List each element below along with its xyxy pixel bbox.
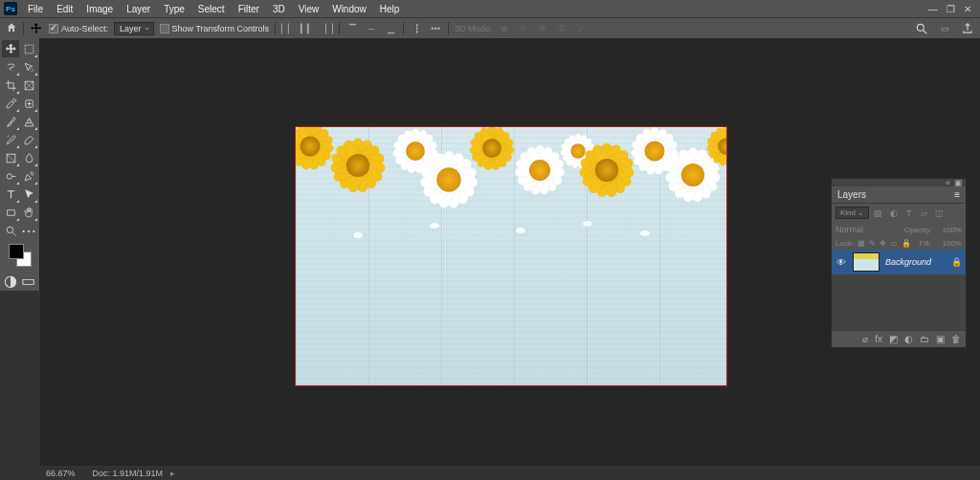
window-restore-button[interactable]: ❐ bbox=[942, 4, 959, 14]
adjustment-layer-icon[interactable]: ◐ bbox=[904, 334, 913, 344]
filter-shape-icon[interactable]: ▱ bbox=[918, 207, 930, 219]
menu-type[interactable]: Type bbox=[157, 4, 191, 14]
edit-toolbar-icon[interactable]: ⋯ bbox=[20, 222, 37, 239]
menu-filter[interactable]: Filter bbox=[232, 4, 266, 14]
blur-tool[interactable] bbox=[20, 149, 37, 166]
lock-position-icon[interactable]: ✥ bbox=[880, 239, 886, 248]
history-brush-tool[interactable] bbox=[2, 131, 19, 148]
menu-help[interactable]: Help bbox=[373, 4, 407, 14]
lock-image-icon[interactable]: ✎ bbox=[869, 239, 876, 248]
hand-tool[interactable] bbox=[20, 204, 37, 221]
layer-fx-icon[interactable]: fx bbox=[875, 334, 882, 344]
menu-3d[interactable]: 3D bbox=[266, 4, 292, 14]
auto-select-checkbox[interactable]: Auto-Select: bbox=[49, 24, 108, 33]
lock-transparency-icon[interactable]: ▦ bbox=[858, 239, 865, 248]
doc-size-readout[interactable]: Doc: 1.91M/1.91M▸ bbox=[93, 469, 176, 478]
layer-visibility-icon[interactable]: 👁 bbox=[835, 257, 847, 268]
layer-list: 👁 Background 🔒 bbox=[832, 250, 966, 330]
menu-window[interactable]: Window bbox=[325, 4, 373, 14]
show-transform-checkbox[interactable]: Show Transform Controls bbox=[160, 24, 270, 33]
opacity-input[interactable] bbox=[935, 226, 962, 234]
path-selection-tool[interactable] bbox=[20, 185, 37, 203]
rectangle-tool[interactable] bbox=[2, 204, 19, 221]
svg-rect-13 bbox=[7, 209, 14, 214]
window-minimize-button[interactable]: — bbox=[924, 4, 942, 14]
move-tool[interactable] bbox=[2, 40, 19, 57]
layer-row[interactable]: 👁 Background 🔒 bbox=[832, 250, 966, 274]
color-swatches[interactable] bbox=[2, 240, 37, 271]
align-bottom-icon[interactable]: ▁ bbox=[384, 22, 397, 35]
workspace-icon[interactable]: ▭ bbox=[938, 22, 951, 35]
more-icon[interactable]: ••• bbox=[429, 22, 442, 35]
auto-select-dropdown[interactable]: Layer bbox=[114, 22, 154, 35]
new-layer-icon[interactable]: ▣ bbox=[936, 334, 945, 344]
lock-artboard-icon[interactable]: ▭ bbox=[890, 239, 898, 248]
healing-brush-tool[interactable] bbox=[20, 95, 37, 112]
window-close-button[interactable]: ✕ bbox=[959, 4, 976, 14]
quick-selection-tool[interactable] bbox=[20, 58, 37, 76]
quick-mask-icon[interactable]: ◑ bbox=[4, 273, 17, 287]
eraser-tool[interactable] bbox=[20, 131, 37, 148]
align-left-icon[interactable]: ▏▏ bbox=[281, 22, 295, 35]
marquee-tool[interactable] bbox=[20, 40, 37, 57]
share-icon[interactable] bbox=[961, 22, 974, 35]
lasso-tool[interactable] bbox=[2, 58, 19, 76]
filter-adjustment-icon[interactable]: ◐ bbox=[887, 207, 900, 219]
filter-type-icon[interactable]: T bbox=[902, 207, 915, 219]
eyedropper-tool[interactable] bbox=[2, 95, 19, 112]
layer-thumbnail[interactable] bbox=[853, 252, 880, 272]
document-canvas[interactable] bbox=[295, 126, 727, 386]
pen-tool[interactable] bbox=[20, 167, 37, 185]
menu-select[interactable]: Select bbox=[191, 4, 232, 14]
menu-layer[interactable]: Layer bbox=[120, 4, 157, 14]
3d-roll-icon[interactable]: ↻ bbox=[517, 22, 530, 35]
menu-edit[interactable]: Edit bbox=[50, 4, 79, 14]
filter-pixel-icon[interactable]: ▧ bbox=[872, 207, 884, 219]
crop-tool[interactable] bbox=[2, 76, 19, 94]
layer-group-icon[interactable]: 🗀 bbox=[920, 334, 929, 344]
link-layers-icon[interactable]: ⌀ bbox=[862, 334, 868, 344]
menu-view[interactable]: View bbox=[292, 4, 326, 14]
align-top-icon[interactable]: ▔ bbox=[345, 22, 359, 35]
panel-title: Layers bbox=[837, 189, 866, 200]
layer-mask-icon[interactable]: ◩ bbox=[889, 334, 898, 344]
align-right-icon[interactable]: ▕▕ bbox=[320, 22, 333, 35]
search-icon[interactable] bbox=[915, 22, 928, 35]
collapse-icon[interactable]: « bbox=[946, 178, 950, 187]
distribute-icon[interactable]: ┇ bbox=[410, 22, 423, 35]
panel-grip[interactable]: «▣ bbox=[832, 179, 966, 186]
3d-scale-icon[interactable]: ⤢ bbox=[574, 22, 588, 35]
type-tool[interactable] bbox=[2, 185, 19, 203]
layer-name[interactable]: Background bbox=[885, 257, 931, 267]
gradient-tool[interactable] bbox=[2, 149, 19, 166]
zoom-tool[interactable] bbox=[2, 222, 19, 239]
lock-all-icon[interactable]: 🔒 bbox=[902, 239, 911, 248]
screen-mode-icon[interactable]: ▭ bbox=[22, 273, 35, 287]
auto-select-label: Auto-Select: bbox=[61, 24, 108, 33]
filter-kind-dropdown[interactable]: Kind ⌄ bbox=[835, 207, 869, 219]
layer-filter-row: Kind ⌄ ▧ ◐ T ▱ ◫ bbox=[832, 204, 966, 222]
panel-menu-icon[interactable]: ≡ bbox=[954, 189, 960, 200]
zoom-readout[interactable]: 66.67% bbox=[46, 469, 76, 478]
home-icon[interactable] bbox=[6, 22, 17, 35]
3d-pan-icon[interactable]: ✥ bbox=[536, 22, 549, 35]
3d-slide-icon[interactable]: ⇅ bbox=[555, 22, 568, 35]
foreground-color-swatch[interactable] bbox=[9, 244, 24, 259]
menu-file[interactable]: File bbox=[21, 4, 50, 14]
app-logo: Ps bbox=[4, 2, 17, 15]
menu-image[interactable]: Image bbox=[79, 4, 120, 14]
3d-orbit-icon[interactable]: ◉ bbox=[498, 22, 511, 35]
align-center-h-icon[interactable]: ▎▎ bbox=[301, 22, 314, 35]
layer-lock-icon[interactable]: 🔒 bbox=[951, 257, 962, 267]
delete-layer-icon[interactable]: 🗑 bbox=[951, 334, 961, 344]
filter-smart-icon[interactable]: ◫ bbox=[933, 207, 946, 219]
dodge-tool[interactable] bbox=[2, 167, 19, 185]
brush-tool[interactable] bbox=[2, 113, 19, 130]
frame-tool[interactable] bbox=[20, 76, 37, 94]
svg-line-1 bbox=[924, 30, 927, 33]
fill-input[interactable] bbox=[935, 239, 962, 248]
clone-stamp-tool[interactable] bbox=[20, 113, 37, 130]
blend-mode-dropdown[interactable]: Normal bbox=[835, 225, 902, 234]
panel-close-icon[interactable]: ▣ bbox=[954, 178, 963, 187]
align-center-v-icon[interactable]: ─ bbox=[365, 22, 378, 35]
